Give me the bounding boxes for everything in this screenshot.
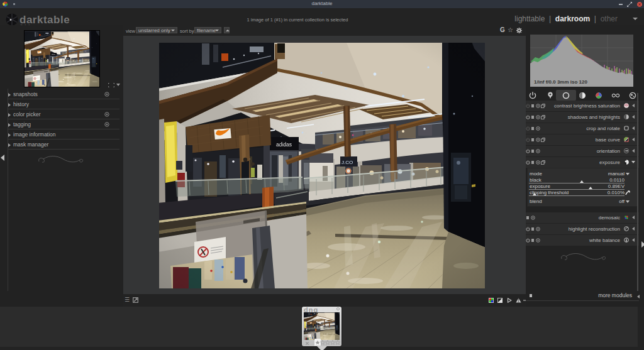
svg-text:1/inf f/0.0 3mm iso 120: 1/inf f/0.0 3mm iso 120 <box>534 79 587 85</box>
